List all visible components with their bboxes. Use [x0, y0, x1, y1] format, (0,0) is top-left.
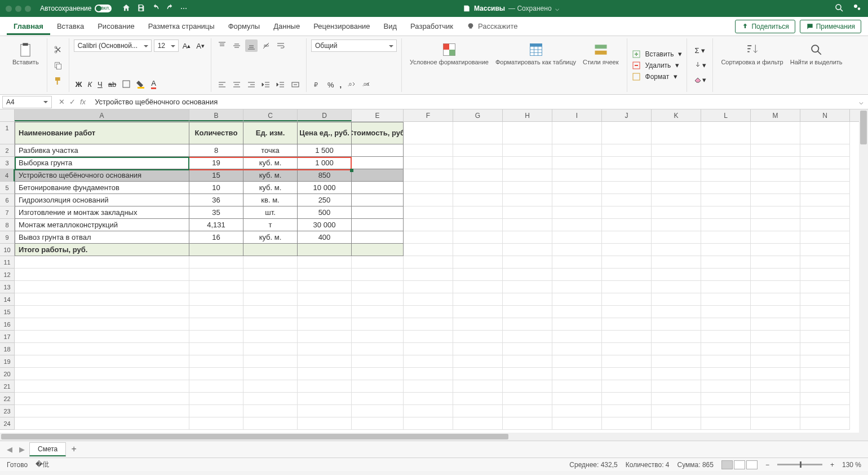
format-as-table-button[interactable]: Форматировать как таблицу — [492, 39, 579, 91]
accessibility-icon[interactable]: �仳 — [36, 460, 49, 469]
cell[interactable] — [701, 157, 751, 169]
cell[interactable] — [453, 194, 503, 206]
col-header-M[interactable]: M — [751, 109, 800, 121]
row-header[interactable]: 15 — [0, 306, 15, 318]
cell[interactable] — [800, 169, 850, 182]
cell[interactable] — [602, 343, 652, 355]
cell[interactable] — [751, 343, 800, 355]
cell[interactable] — [453, 417, 503, 430]
cell[interactable] — [243, 306, 298, 318]
cell[interactable] — [552, 393, 602, 405]
row-header[interactable]: 9 — [0, 231, 15, 244]
cell[interactable] — [552, 306, 602, 318]
search-icon[interactable] — [834, 3, 844, 15]
col-header-F[interactable]: F — [404, 109, 453, 121]
cell[interactable] — [552, 256, 602, 269]
cell[interactable] — [602, 206, 652, 219]
cell[interactable] — [503, 206, 552, 219]
cell[interactable] — [701, 206, 751, 219]
cell[interactable] — [602, 318, 652, 331]
cell[interactable] — [602, 219, 652, 231]
cell[interactable] — [800, 219, 850, 231]
cell[interactable] — [453, 144, 503, 157]
cell[interactable] — [404, 355, 453, 368]
cell[interactable] — [652, 393, 701, 405]
cell[interactable] — [751, 331, 800, 343]
cell[interactable] — [298, 368, 352, 380]
cell[interactable] — [404, 269, 453, 281]
cell[interactable] — [189, 331, 243, 343]
row-header[interactable]: 12 — [0, 269, 15, 281]
cell[interactable] — [751, 417, 800, 430]
cell[interactable]: 10 — [189, 182, 243, 194]
row-header[interactable]: 4 — [0, 169, 15, 182]
number-format-combo[interactable]: Общий — [311, 39, 397, 52]
cell[interactable] — [701, 355, 751, 368]
cell[interactable] — [352, 355, 404, 368]
cell[interactable] — [243, 244, 298, 256]
format-painter-icon[interactable] — [52, 75, 64, 87]
cell[interactable] — [404, 122, 453, 144]
currency-icon[interactable]: ₽ — [311, 78, 324, 91]
cell[interactable]: 19 — [189, 157, 243, 169]
cell[interactable]: шт. — [243, 206, 298, 219]
cell[interactable]: 1 000 — [298, 157, 352, 169]
cell[interactable]: 1 500 — [298, 144, 352, 157]
cell[interactable] — [189, 281, 243, 293]
cell[interactable] — [503, 169, 552, 182]
cell[interactable] — [751, 380, 800, 393]
row-header[interactable]: 7 — [0, 206, 15, 219]
cell[interactable] — [652, 306, 701, 318]
cell[interactable] — [602, 182, 652, 194]
cell[interactable] — [243, 343, 298, 355]
cell[interactable] — [552, 269, 602, 281]
tab-view[interactable]: Вид — [377, 17, 404, 35]
cell[interactable] — [15, 393, 189, 405]
col-header-E[interactable]: E — [352, 109, 404, 121]
zoom-out-icon[interactable]: − — [765, 461, 769, 469]
row-header[interactable]: 14 — [0, 293, 15, 306]
cell[interactable] — [552, 144, 602, 157]
cell[interactable] — [453, 343, 503, 355]
cell[interactable] — [503, 318, 552, 331]
cell[interactable] — [800, 368, 850, 380]
col-header-B[interactable]: B — [189, 109, 243, 121]
cell[interactable] — [800, 355, 850, 368]
cell[interactable] — [404, 231, 453, 244]
cell[interactable] — [189, 256, 243, 269]
italic-button[interactable]: К — [86, 78, 94, 90]
cell[interactable]: т — [243, 219, 298, 231]
cell[interactable]: куб. м. — [243, 157, 298, 169]
cell[interactable] — [352, 318, 404, 331]
orientation-icon[interactable]: ab — [260, 39, 272, 52]
cell[interactable] — [602, 417, 652, 430]
cell[interactable] — [15, 318, 189, 331]
cell[interactable] — [503, 269, 552, 281]
cell[interactable] — [404, 244, 453, 256]
cell[interactable]: 500 — [298, 206, 352, 219]
cell[interactable] — [453, 355, 503, 368]
zoom-slider[interactable] — [777, 464, 822, 465]
cell[interactable] — [701, 256, 751, 269]
cell[interactable] — [602, 144, 652, 157]
increase-font-icon[interactable]: A▴ — [181, 40, 193, 52]
cell[interactable] — [800, 417, 850, 430]
cell[interactable] — [751, 256, 800, 269]
cell[interactable] — [453, 122, 503, 144]
clear-icon[interactable]: ▾ — [692, 73, 708, 86]
cell[interactable] — [298, 256, 352, 269]
align-right-icon[interactable] — [245, 78, 258, 91]
cell[interactable] — [602, 281, 652, 293]
cell[interactable] — [800, 206, 850, 219]
cell[interactable] — [503, 157, 552, 169]
cell[interactable] — [652, 157, 701, 169]
cell[interactable] — [404, 368, 453, 380]
cell[interactable] — [701, 393, 751, 405]
cell[interactable] — [701, 244, 751, 256]
cell[interactable] — [503, 306, 552, 318]
row-header[interactable]: 1 — [0, 122, 15, 144]
cell[interactable] — [751, 122, 800, 144]
row-header[interactable]: 6 — [0, 194, 15, 206]
cell[interactable] — [503, 244, 552, 256]
cell[interactable] — [552, 206, 602, 219]
